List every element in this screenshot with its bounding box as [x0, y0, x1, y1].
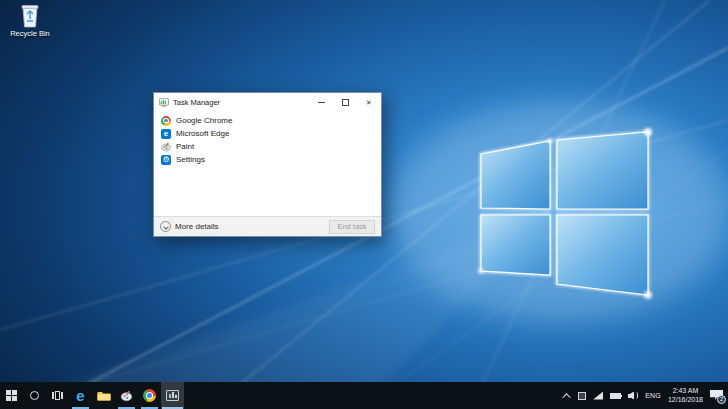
battery-icon	[610, 393, 621, 399]
cortana-search-button[interactable]	[23, 382, 46, 409]
window-title: Task Manager	[173, 98, 309, 107]
battery-button[interactable]	[610, 393, 621, 399]
app-name: Paint	[176, 142, 194, 151]
maximize-icon	[342, 99, 349, 106]
task-view-icon	[52, 391, 63, 400]
running-apps-list: Google Chrome e Microsoft Edge Paint ⚙ S…	[154, 111, 381, 216]
task-manager-icon	[166, 390, 179, 401]
task-manager-titlebar[interactable]: Task Manager ✕	[154, 93, 381, 111]
task-manager-app-icon	[159, 98, 169, 107]
task-manager-window: Task Manager ✕ Google Chrome e Microsoft…	[153, 92, 382, 237]
network-button[interactable]	[593, 392, 603, 400]
task-manager-footer: More details End task	[154, 216, 381, 236]
taskbar-item-file-explorer[interactable]	[92, 382, 115, 409]
tray-app-icon	[578, 392, 586, 400]
recycle-bin-label: Recycle Bin	[4, 29, 56, 38]
clock[interactable]: 2:43 AM 12/16/2018	[668, 387, 703, 404]
action-center-button[interactable]: 2	[710, 390, 723, 401]
task-view-button[interactable]	[46, 382, 69, 409]
taskbar-item-task-manager[interactable]	[161, 382, 184, 409]
minimize-button[interactable]	[309, 93, 333, 111]
edge-icon: e	[76, 388, 84, 403]
app-row-microsoft-edge[interactable]: e Microsoft Edge	[154, 127, 381, 140]
recycle-bin-glyph	[19, 4, 41, 28]
app-row-settings[interactable]: ⚙ Settings	[154, 153, 381, 166]
taskbar-item-edge[interactable]: e	[69, 382, 92, 409]
taskbar-item-chrome[interactable]	[138, 382, 161, 409]
app-row-google-chrome[interactable]: Google Chrome	[154, 114, 381, 127]
wifi-icon	[593, 392, 603, 400]
more-details-toggle[interactable]: More details	[160, 221, 219, 232]
tray-app-button[interactable]	[578, 392, 586, 400]
search-icon	[30, 391, 39, 400]
app-name: Settings	[176, 155, 205, 164]
volume-button[interactable]	[628, 391, 638, 400]
app-name: Microsoft Edge	[176, 129, 229, 138]
file-explorer-icon	[97, 390, 111, 401]
settings-icon: ⚙	[161, 155, 171, 165]
system-tray: ENG 2:43 AM 12/16/2018 2	[565, 382, 728, 409]
volume-icon	[628, 391, 638, 400]
clock-date: 12/16/2018	[668, 396, 703, 405]
chrome-icon	[161, 116, 171, 126]
app-name: Google Chrome	[176, 116, 232, 125]
desktop: Recycle Bin Task Manager ✕ Google Chrome	[0, 0, 728, 409]
minimize-icon	[318, 102, 325, 103]
paint-icon	[161, 142, 171, 152]
close-button[interactable]: ✕	[357, 93, 381, 111]
show-hidden-icons-button[interactable]	[565, 393, 571, 399]
windows-logo-icon	[6, 390, 17, 401]
edge-icon: e	[161, 129, 171, 139]
taskbar: e	[0, 382, 728, 409]
chevron-up-icon	[563, 393, 571, 401]
clock-time: 2:43 AM	[668, 387, 703, 396]
taskbar-item-paint[interactable]	[115, 382, 138, 409]
language-indicator[interactable]: ENG	[645, 392, 661, 399]
maximize-button[interactable]	[333, 93, 357, 111]
recycle-bin-icon[interactable]: Recycle Bin	[4, 4, 56, 38]
start-button[interactable]	[0, 382, 23, 409]
chrome-icon	[143, 389, 156, 402]
paint-icon	[120, 390, 133, 402]
end-task-button[interactable]: End task	[329, 220, 375, 234]
more-details-label: More details	[175, 222, 219, 231]
app-row-paint[interactable]: Paint	[154, 140, 381, 153]
notification-badge: 2	[717, 395, 726, 404]
close-icon: ✕	[366, 99, 372, 106]
chevron-down-circle-icon	[160, 221, 171, 232]
